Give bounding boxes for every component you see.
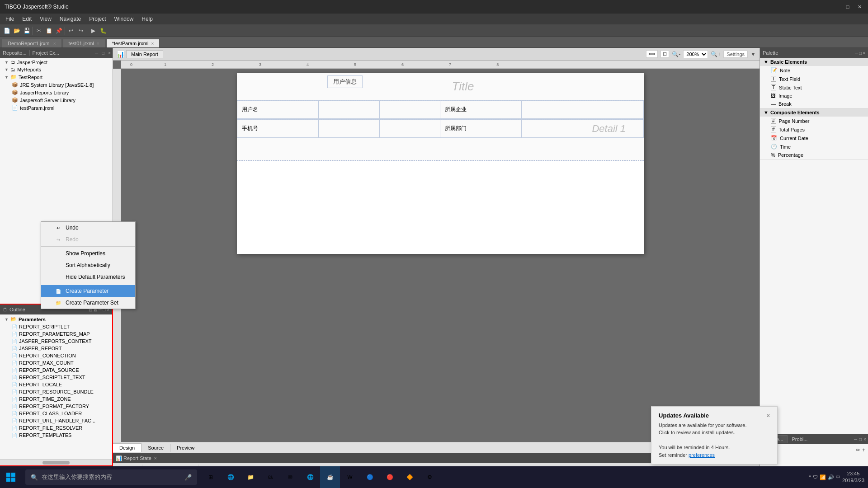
outline-item-jasper-ctx[interactable]: 📄 JASPER_REPORTS_CONTEXT: [1, 338, 111, 345]
palette-basic-header[interactable]: ▼ Basic Elements: [760, 58, 868, 66]
left-panel-min[interactable]: ─: [93, 51, 100, 56]
left-panel-max[interactable]: □: [100, 51, 106, 56]
props-add-btn[interactable]: +: [862, 447, 865, 453]
report-canvas-area[interactable]: 用户信息 Title 用户名 所属企业: [121, 69, 760, 442]
ctx-item-createparam[interactable]: 📄 Create Parameter: [41, 285, 135, 297]
design-tab[interactable]: Design: [113, 443, 142, 452]
outline-item-maxcount[interactable]: 📄 REPORT_MAX_COUNT: [1, 359, 111, 366]
outline-item-fileresolver[interactable]: 📄 REPORT_FILE_RESOLVER: [1, 424, 111, 432]
main-report-tab[interactable]: Main Report: [126, 50, 163, 58]
tray-ime[interactable]: 中: [836, 474, 840, 480]
outline-item-scriptlet-text[interactable]: 📄 REPORT_SCRIPTLET_TEXT: [1, 374, 111, 381]
fit-page-btn[interactable]: ⊡: [660, 50, 669, 58]
task-icon-store[interactable]: 🛍: [260, 466, 280, 488]
task-icon-misc3[interactable]: 🔶: [400, 466, 420, 488]
outline-item-timezone[interactable]: 📄 REPORT_TIME_ZONE: [1, 395, 111, 403]
outline-item-connection[interactable]: 📄 REPORT_CONNECTION: [1, 352, 111, 359]
toolbar-btn1[interactable]: ✂: [34, 26, 44, 36]
tree-item-jre[interactable]: 📦 JRE System Library [JavaSE-1.8]: [1, 81, 112, 89]
palette-item-textfield[interactable]: T Text Field: [760, 75, 868, 83]
toolbar-open[interactable]: 📂: [12, 26, 22, 36]
menu-file[interactable]: File: [2, 15, 18, 23]
palette-item-break[interactable]: — Break: [760, 100, 868, 108]
ctx-item-hidedefault[interactable]: Hide Default Parameters: [41, 271, 135, 283]
maximize-btn[interactable]: □: [844, 3, 852, 11]
menu-project[interactable]: Project: [85, 15, 109, 23]
task-icon-misc2[interactable]: 🔴: [380, 466, 400, 488]
task-icon-misc4[interactable]: ⚙: [420, 466, 439, 488]
palette-composite-header[interactable]: ▼ Composite Elements: [760, 108, 868, 117]
outline-scrollbar[interactable]: [0, 459, 112, 465]
report-state-close[interactable]: ×: [154, 456, 157, 461]
palette-item-percentage[interactable]: % Percentage: [760, 151, 868, 159]
tab-testparam-close[interactable]: ×: [151, 41, 154, 46]
source-tab[interactable]: Source: [142, 444, 170, 452]
toolbar-save[interactable]: 💾: [22, 26, 32, 36]
tab-demoreport[interactable]: DemoReport1.jrxml ×: [2, 39, 62, 47]
palette-item-time[interactable]: 🕐 Time: [760, 142, 868, 151]
toolbar-new[interactable]: 📄: [2, 26, 12, 36]
tray-volume[interactable]: 🔊: [828, 474, 834, 480]
repo-tab[interactable]: Reposito...: [0, 50, 29, 56]
palette-item-currentdate[interactable]: 📅 Current Date: [760, 134, 868, 142]
zoom-minus[interactable]: 🔍-: [672, 51, 680, 57]
palette-min[interactable]: ─: [855, 51, 858, 56]
task-icon-edge[interactable]: 🌐: [221, 466, 241, 488]
taskbar-search[interactable]: 🔍 在这里输入你要搜索的内容 🎤: [25, 469, 197, 485]
outline-item-classloader[interactable]: 📄 REPORT_CLASS_LOADER: [1, 410, 111, 417]
props-edit-btn[interactable]: ✏: [856, 447, 860, 453]
outline-item-format[interactable]: 📄 REPORT_FORMAT_FACTORY: [1, 403, 111, 410]
outline-parameters[interactable]: ▼ 📂 Parameters: [1, 315, 111, 323]
menu-view[interactable]: View: [36, 15, 55, 23]
tab-testparam[interactable]: *testParam.jrxml ×: [106, 39, 160, 47]
zoom-select[interactable]: 200% 100% 150% 300%: [683, 50, 708, 58]
tree-item-jasperproject[interactable]: ▼ 🗂 JasperProject: [1, 59, 112, 66]
start-button[interactable]: [0, 466, 22, 488]
outline-item-params-map[interactable]: 📄 REPORT_PARAMETERS_MAP: [1, 330, 111, 338]
props-close[interactable]: ×: [863, 437, 866, 442]
palette-close[interactable]: ×: [863, 51, 865, 56]
left-panel-close[interactable]: ×: [106, 51, 113, 56]
toolbar-run[interactable]: ▶: [88, 26, 98, 36]
menu-edit[interactable]: Edit: [19, 15, 35, 23]
task-icon-chrome[interactable]: 🌐: [300, 466, 320, 488]
tray-clock[interactable]: 23:45 2019/3/23: [842, 470, 864, 484]
palette-item-image[interactable]: 🖼 Image: [760, 92, 868, 100]
outline-item-bundle[interactable]: 📄 REPORT_RESOURCE_BUNDLE: [1, 388, 111, 395]
mic-icon[interactable]: 🎤: [184, 474, 192, 481]
settings-btn[interactable]: Settings: [723, 51, 748, 58]
notification-link[interactable]: preferences: [689, 452, 715, 458]
ctx-item-showprops[interactable]: Show Properties: [41, 248, 135, 259]
ctx-item-undo[interactable]: ↩ Undo: [41, 222, 135, 234]
toolbar-btn2[interactable]: 📋: [44, 26, 54, 36]
task-icon-jasper[interactable]: ☕: [320, 466, 340, 488]
palette-item-statictext[interactable]: T Static Text: [760, 83, 868, 92]
minimize-btn[interactable]: ─: [832, 3, 840, 11]
outline-item-jasper-report[interactable]: 📄 JASPER_REPORT: [1, 345, 111, 352]
outline-item-locale[interactable]: 📄 REPORT_LOCALE: [1, 381, 111, 388]
props-max[interactable]: □: [858, 437, 863, 442]
tray-chevron[interactable]: ^: [809, 474, 811, 480]
task-icon-taskview[interactable]: ⊞: [201, 466, 221, 488]
preview-tab[interactable]: Preview: [170, 444, 201, 452]
task-icon-misc1[interactable]: 🔵: [360, 466, 380, 488]
close-btn[interactable]: ✕: [855, 3, 863, 11]
problems-tab[interactable]: Probl...: [788, 436, 811, 443]
tree-item-testreport[interactable]: ▼ 📁 TestReport: [1, 73, 112, 81]
tab-demoreport-close[interactable]: ×: [53, 41, 56, 46]
outline-item-scriptlet[interactable]: 📄 REPORT_SCRIPTLET: [1, 323, 111, 330]
menu-help[interactable]: Help: [138, 15, 156, 23]
toolbar-btn3[interactable]: 📌: [54, 26, 64, 36]
tree-item-testparam[interactable]: 📄 testParam.jrxml: [1, 104, 112, 112]
palette-max[interactable]: □: [858, 51, 863, 56]
tree-item-jasperlib[interactable]: 📦 JasperReports Library: [1, 89, 112, 96]
palette-item-totalpages[interactable]: # Total Pages: [760, 125, 868, 134]
fit-width-btn[interactable]: ⟺: [646, 50, 658, 58]
menu-window[interactable]: Window: [111, 15, 137, 23]
notification-close[interactable]: ×: [766, 412, 770, 419]
title-field-user-info[interactable]: 用户信息: [327, 75, 363, 88]
menu-navigate[interactable]: Navigate: [56, 15, 85, 23]
tab-test01[interactable]: test01.jrxml ×: [63, 39, 105, 47]
outline-item-datasource[interactable]: 📄 REPORT_DATA_SOURCE: [1, 366, 111, 374]
task-icon-word[interactable]: W: [340, 466, 360, 488]
